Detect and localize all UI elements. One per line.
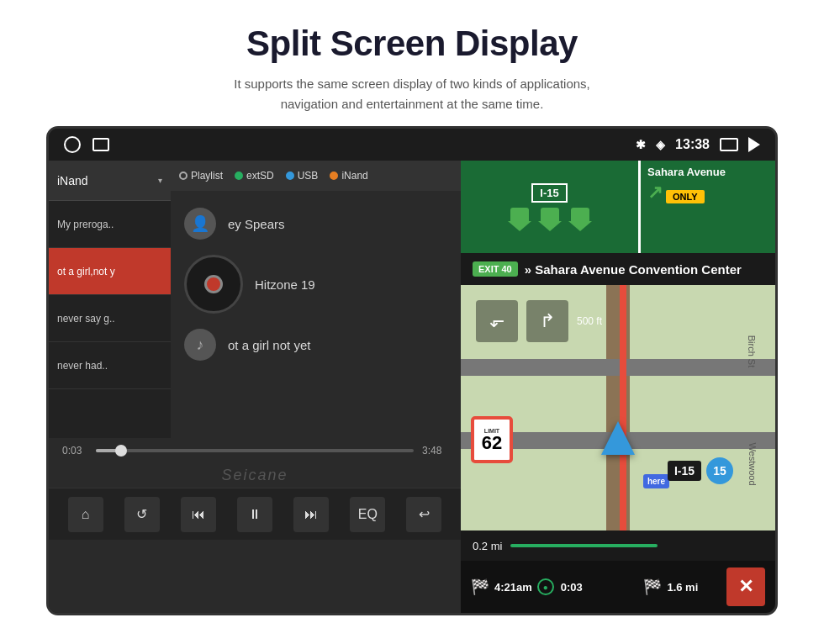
repeat-button[interactable]: ↺ bbox=[124, 497, 160, 532]
track-info: 👤 ey Spears Hitzone 19 ♪ ot a girl not y… bbox=[171, 191, 461, 438]
flag-start-icon: 🏁 bbox=[471, 578, 489, 596]
album-art bbox=[184, 255, 243, 314]
road-h1 bbox=[461, 359, 775, 376]
bottom-nav-row: 🏁 4:21am ● 0:03 🏁 1.6 mi ✕ bbox=[461, 561, 775, 613]
highway-sign-left: I-15 bbox=[461, 161, 641, 253]
dist-text: 0.2 mi bbox=[473, 540, 502, 552]
only-arrow: ↗ ONLY bbox=[647, 182, 705, 203]
source-playlist[interactable]: Playlist bbox=[179, 170, 223, 182]
playlist-item-2[interactable]: ot a girl,not y bbox=[49, 248, 171, 295]
home-icon: ⌂ bbox=[82, 507, 90, 522]
elapsed-text: 0:03 bbox=[561, 581, 583, 594]
status-time: 13:38 bbox=[675, 137, 710, 152]
status-right-icons: ✱ ◈ 13:38 bbox=[636, 137, 760, 152]
shield-15: 15 bbox=[706, 457, 733, 484]
album-row: Hitzone 19 bbox=[184, 255, 447, 314]
only-badge: ONLY bbox=[666, 190, 705, 203]
radio-usb-icon bbox=[286, 172, 294, 180]
arrow-down-1 bbox=[508, 208, 531, 231]
playlist-item-1[interactable]: My preroga.. bbox=[49, 201, 171, 248]
exit-badge: EXIT 40 bbox=[473, 261, 518, 277]
route-text: » Sahara Avenue Convention Center bbox=[525, 262, 742, 277]
flag-end-icon: 🏁 bbox=[643, 578, 662, 596]
source-dropdown[interactable]: iNand ▾ bbox=[49, 161, 171, 201]
route-line bbox=[620, 285, 626, 531]
turn-icon-2: ↱ bbox=[526, 300, 568, 342]
pause-icon: ⏸ bbox=[248, 507, 261, 522]
music-center: Playlist extSD USB iNand bbox=[171, 161, 461, 438]
nav-panel: I-15 bbox=[461, 161, 775, 613]
elapsed-item: 0:03 bbox=[561, 581, 637, 594]
chevron-down-icon: ▾ bbox=[158, 176, 162, 185]
radio-extsd-icon bbox=[235, 172, 243, 180]
page-title: Split Screen Display bbox=[17, 24, 807, 64]
clock-icon: ● bbox=[537, 578, 554, 595]
source-usb[interactable]: USB bbox=[286, 170, 319, 182]
device-frame: ✱ ◈ 13:38 iNand ▾ My preroga.. bbox=[46, 126, 778, 615]
highway-shield-area: I-15 15 bbox=[668, 457, 733, 484]
source-inand[interactable]: iNand bbox=[330, 170, 367, 182]
radio-inand-icon bbox=[330, 172, 338, 180]
prev-icon: ⏮ bbox=[192, 507, 205, 522]
westwood-label: Westwood bbox=[747, 442, 757, 485]
map-area[interactable]: ⬐ ↱ 500 ft here LIMIT 62 bbox=[461, 285, 775, 531]
back-arrow-icon[interactable] bbox=[748, 137, 760, 152]
highway-number: I-15 bbox=[531, 183, 567, 203]
playlist-sidebar: iNand ▾ My preroga.. ot a girl,not y nev… bbox=[49, 161, 171, 438]
eta-item: 🏁 4:21am ● bbox=[471, 578, 554, 596]
turn-icon-1: ⬐ bbox=[476, 300, 518, 342]
highway-arrows bbox=[508, 208, 592, 231]
prev-button[interactable]: ⏮ bbox=[181, 497, 216, 532]
dist-green-bar bbox=[510, 544, 657, 547]
speed-box: LIMIT 62 bbox=[471, 416, 513, 463]
music-top: iNand ▾ My preroga.. ot a girl,not y nev… bbox=[49, 161, 461, 438]
distance-text: 1.6 mi bbox=[667, 581, 698, 594]
status-bar: ✱ ◈ 13:38 bbox=[49, 129, 775, 161]
page-header: Split Screen Display It supports the sam… bbox=[0, 0, 824, 126]
turn-icons-area: ⬐ ↱ 500 ft bbox=[476, 300, 602, 342]
album-name: Hitzone 19 bbox=[255, 277, 315, 292]
album-art-center bbox=[204, 275, 223, 293]
distance-bar: 0.2 mi bbox=[461, 531, 775, 561]
dist-500ft: 500 ft bbox=[577, 315, 602, 327]
source-dropdown-text: iNand bbox=[57, 174, 153, 187]
music-note-icon: ♪ bbox=[184, 329, 216, 361]
pause-button[interactable]: ⏸ bbox=[237, 497, 272, 532]
image-icon bbox=[92, 138, 109, 151]
circle-icon bbox=[64, 136, 81, 153]
artist-icon: 👤 bbox=[184, 208, 216, 240]
repeat-icon: ↺ bbox=[136, 506, 147, 522]
track-row: ♪ ot a girl not yet bbox=[184, 329, 447, 361]
source-extsd[interactable]: extSD bbox=[235, 170, 274, 182]
page-subtitle: It supports the same screen display of t… bbox=[17, 74, 807, 114]
close-nav-button[interactable]: ✕ bbox=[726, 567, 765, 606]
playlist-item-3[interactable]: never say g.. bbox=[49, 295, 171, 342]
speed-limit-sign: LIMIT 62 bbox=[471, 416, 513, 463]
bluetooth-icon: ✱ bbox=[636, 138, 646, 151]
screen-icon bbox=[720, 138, 738, 151]
i15-label: I-15 bbox=[668, 461, 701, 481]
artist-row: 👤 ey Spears bbox=[184, 208, 447, 240]
time-total: 3:48 bbox=[422, 445, 447, 457]
next-icon: ⏭ bbox=[304, 507, 318, 522]
playlist-item-4[interactable]: never had.. bbox=[49, 342, 171, 389]
music-panel: iNand ▾ My preroga.. ot a girl,not y nev… bbox=[49, 161, 461, 613]
progress-thumb[interactable] bbox=[115, 445, 127, 457]
status-left-icons bbox=[64, 136, 109, 153]
birch-st-label: Birch St bbox=[747, 335, 758, 368]
nav-triangle-icon bbox=[601, 421, 635, 455]
home-button[interactable]: ⌂ bbox=[68, 497, 103, 532]
playback-bar: ⌂ ↺ ⏮ ⏸ ⏭ EQ ↩ bbox=[49, 488, 461, 540]
back-button[interactable]: ↩ bbox=[406, 497, 441, 532]
progress-bar[interactable] bbox=[96, 449, 414, 452]
sahara-avenue-text: Sahara Avenue bbox=[647, 166, 726, 178]
time-elapsed: 0:03 bbox=[62, 445, 87, 457]
eq-button[interactable]: EQ bbox=[350, 497, 385, 532]
speed-number: 62 bbox=[482, 434, 502, 452]
next-button[interactable]: ⏭ bbox=[293, 497, 329, 532]
nav-info-bar: EXIT 40 » Sahara Avenue Convention Cente… bbox=[461, 253, 775, 285]
distance-item: 🏁 1.6 mi bbox=[643, 578, 720, 596]
progress-area: 0:03 3:48 bbox=[49, 438, 461, 463]
location-icon: ◈ bbox=[656, 138, 665, 151]
highway-sign-right: Sahara Avenue ↗ ONLY bbox=[641, 161, 775, 253]
